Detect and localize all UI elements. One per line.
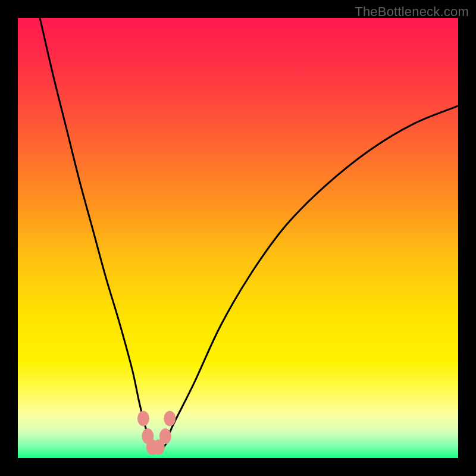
curve-markers — [137, 411, 176, 455]
marker-point — [159, 428, 171, 444]
chart-plot-area — [18, 18, 458, 458]
marker-point — [137, 411, 149, 426]
watermark-text: TheBottleneck.com — [355, 4, 469, 20]
bottleneck-curve — [40, 18, 458, 449]
chart-svg — [18, 18, 458, 458]
marker-point — [164, 411, 176, 426]
